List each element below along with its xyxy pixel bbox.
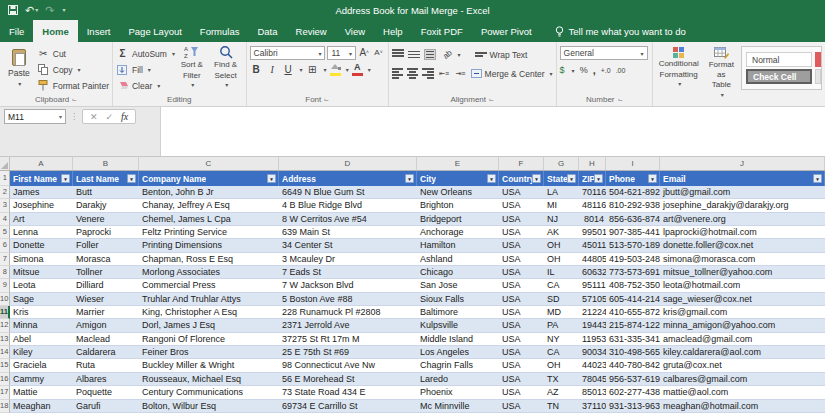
cell-E7[interactable]: Ashland xyxy=(417,253,499,266)
cell-D10[interactable]: 5 Boston Ave #88 xyxy=(279,293,417,306)
format-painter-button[interactable]: Format Painter xyxy=(37,78,109,93)
cell-A12[interactable]: Minna xyxy=(10,319,73,332)
cell-C17[interactable]: Century Communications xyxy=(139,386,279,399)
fill-color-dropdown-icon[interactable]: ▾ xyxy=(346,66,349,73)
cell-F3[interactable]: USA xyxy=(499,199,544,212)
font-color-icon[interactable]: A xyxy=(352,63,363,76)
cell-H3[interactable]: 48116 xyxy=(579,199,606,212)
cell-F4[interactable]: USA xyxy=(499,213,544,226)
underline-button[interactable]: U xyxy=(282,63,295,75)
filter-dropdown-icon[interactable]: ▾ xyxy=(61,174,70,183)
save-icon[interactable] xyxy=(8,5,18,15)
row-header-14[interactable]: 14 xyxy=(0,346,10,359)
comma-style-icon[interactable]: , xyxy=(593,64,596,76)
row-header-7[interactable]: 7 xyxy=(0,253,10,266)
orientation-dropdown-icon[interactable]: ▾ xyxy=(458,51,461,58)
cell-I16[interactable]: 956-537-6195 xyxy=(606,373,660,386)
accounting-format-icon[interactable]: $ xyxy=(560,65,565,75)
cell-B2[interactable]: Butt xyxy=(73,186,139,199)
orientation-icon[interactable]: ab xyxy=(441,48,454,61)
fill-color-icon[interactable] xyxy=(330,63,341,76)
tab-formulas[interactable]: Formulas xyxy=(191,20,249,42)
cell-E2[interactable]: New Orleans xyxy=(417,186,499,199)
cell-J15[interactable]: gruta@cox.net xyxy=(660,359,825,372)
borders-icon[interactable]: ⊞ xyxy=(306,63,319,75)
cell-A15[interactable]: Graciela xyxy=(10,359,73,372)
cell-H4[interactable]: 8014 xyxy=(579,213,606,226)
conditional-formatting-button[interactable]: Conditional Formatting ▾ xyxy=(656,44,702,92)
cell-B7[interactable]: Morasca xyxy=(73,253,139,266)
column-header-G[interactable]: G xyxy=(544,157,579,170)
cell-A2[interactable]: James xyxy=(10,186,73,199)
tab-view[interactable]: View xyxy=(336,20,374,42)
increase-indent-icon[interactable]: ⇥≡ xyxy=(454,68,466,80)
cell-G12[interactable]: PA xyxy=(544,319,579,332)
cell-G14[interactable]: CA xyxy=(544,346,579,359)
cell-C15[interactable]: Buckley Miller & Wright xyxy=(139,359,279,372)
row-header-16[interactable]: 16 xyxy=(0,373,10,386)
cell-A11[interactable]: Kris xyxy=(10,306,73,319)
filter-dropdown-icon[interactable]: ▾ xyxy=(648,174,657,183)
cell-I7[interactable]: 419-503-2484 xyxy=(606,253,660,266)
row-header-18[interactable]: 18 xyxy=(0,400,10,413)
cell-D4[interactable]: 8 W Cerritos Ave #54 xyxy=(279,213,417,226)
cell-A17[interactable]: Mattie xyxy=(10,386,73,399)
merge-center-button[interactable]: Merge & Center▾ xyxy=(471,66,553,81)
cell-E15[interactable]: Chagrin Falls xyxy=(417,359,499,372)
align-top-icon[interactable] xyxy=(392,49,404,60)
cell-C18[interactable]: Bolton, Wilbur Esq xyxy=(139,400,279,413)
cell-A18[interactable]: Meaghan xyxy=(10,400,73,413)
cell-D17[interactable]: 73 State Road 434 E xyxy=(279,386,417,399)
cell-J2[interactable]: jbutt@gmail.com xyxy=(660,186,825,199)
cell-F13[interactable]: USA xyxy=(499,333,544,346)
cell-F17[interactable]: USA xyxy=(499,386,544,399)
underline-dropdown-icon[interactable]: ▾ xyxy=(300,66,303,73)
table-header-cell[interactable]: Email▾ xyxy=(660,171,825,186)
cell-E13[interactable]: Middle Island xyxy=(417,333,499,346)
font-color-dropdown-icon[interactable]: ▾ xyxy=(368,66,371,73)
cell-G15[interactable]: OH xyxy=(544,359,579,372)
cell-J3[interactable]: josephine_darakjy@darakjy.org xyxy=(660,199,825,212)
cell-E3[interactable]: Brighton xyxy=(417,199,499,212)
cell-style-partial[interactable] xyxy=(815,69,821,84)
cell-B18[interactable]: Garufi xyxy=(73,400,139,413)
clear-button[interactable]: Clear▾ xyxy=(116,78,175,93)
cell-I10[interactable]: 605-414-2147 xyxy=(606,293,660,306)
row-header-13[interactable]: 13 xyxy=(0,333,10,346)
cell-I6[interactable]: 513-570-1893 xyxy=(606,239,660,252)
row-header-15[interactable]: 15 xyxy=(0,359,10,372)
cell-D12[interactable]: 2371 Jerrold Ave xyxy=(279,319,417,332)
name-box[interactable]: M11▾ xyxy=(4,109,66,124)
column-header-H[interactable]: H xyxy=(579,157,606,170)
table-header-cell[interactable]: ZIP▾ xyxy=(579,171,606,186)
tab-help[interactable]: Help xyxy=(374,20,412,42)
cell-B8[interactable]: Tollner xyxy=(73,266,139,279)
filter-dropdown-icon[interactable]: ▾ xyxy=(405,174,414,183)
cell-C12[interactable]: Dorl, James J Esq xyxy=(139,319,279,332)
cell-J8[interactable]: mitsue_tollner@yahoo.com xyxy=(660,266,825,279)
row-header-2[interactable]: 2 xyxy=(0,186,10,199)
cell-H5[interactable]: 99501 xyxy=(579,226,606,239)
cell-J18[interactable]: meaghan@hotmail.com xyxy=(660,400,825,413)
cell-F8[interactable]: USA xyxy=(499,266,544,279)
cell-F2[interactable]: USA xyxy=(499,186,544,199)
cell-E4[interactable]: Bridgeport xyxy=(417,213,499,226)
cell-G5[interactable]: AK xyxy=(544,226,579,239)
table-header-cell[interactable]: State▾ xyxy=(544,171,579,186)
row-header-10[interactable]: 10 xyxy=(0,293,10,306)
cell-D8[interactable]: 7 Eads St xyxy=(279,266,417,279)
cell-D6[interactable]: 34 Center St xyxy=(279,239,417,252)
cell-F12[interactable]: USA xyxy=(499,319,544,332)
customize-quick-access-icon[interactable]: ▾ xyxy=(61,7,65,13)
row-header-11[interactable]: 11 xyxy=(0,306,10,319)
align-bottom-icon[interactable] xyxy=(424,49,436,60)
align-right-icon[interactable] xyxy=(422,68,433,79)
row-header-5[interactable]: 5 xyxy=(0,226,10,239)
column-header-I[interactable]: I xyxy=(606,157,660,170)
cut-button[interactable]: ✂Cut xyxy=(37,46,109,61)
align-middle-icon[interactable] xyxy=(408,49,420,60)
autosum-button[interactable]: ΣAutoSum▾ xyxy=(116,46,175,61)
cell-I14[interactable]: 310-498-5651 xyxy=(606,346,660,359)
fill-button[interactable]: Fill▾ xyxy=(116,62,175,77)
cell-J5[interactable]: lpaprocki@hotmail.com xyxy=(660,226,825,239)
